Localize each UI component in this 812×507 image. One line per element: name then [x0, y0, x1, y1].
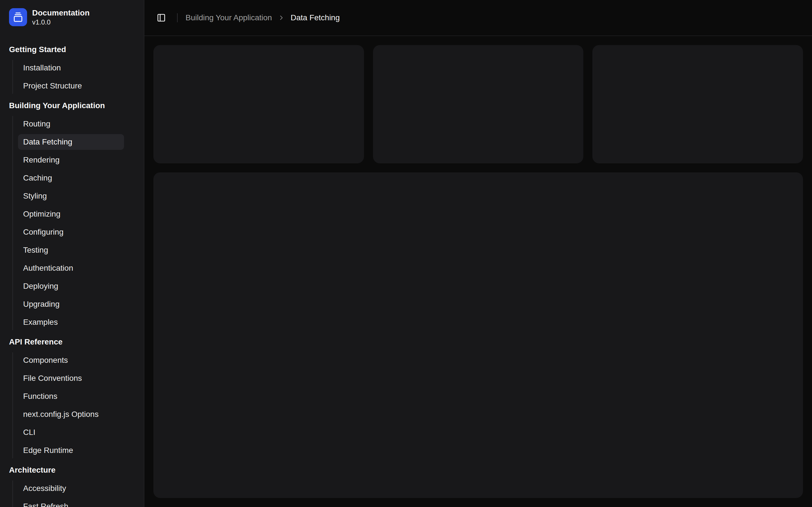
chevron-right-icon — [278, 14, 285, 21]
sidebar-item-accessibility[interactable]: Accessibility — [18, 481, 124, 496]
main-content — [144, 36, 812, 507]
breadcrumb-parent-link[interactable]: Building Your Application — [186, 13, 272, 22]
sidebar-item-styling[interactable]: Styling — [18, 188, 124, 204]
sidebar-item-testing[interactable]: Testing — [18, 242, 124, 258]
sidebar-item-rendering[interactable]: Rendering — [18, 152, 124, 168]
sidebar-section-items: InstallationProject Structure — [12, 60, 124, 94]
placeholder-cards-row — [153, 45, 803, 163]
sidebar-item-authentication[interactable]: Authentication — [18, 260, 124, 276]
sidebar-item-project-structure[interactable]: Project Structure — [18, 78, 124, 94]
placeholder-panel — [153, 172, 803, 498]
header-separator — [177, 13, 177, 22]
sidebar-section-items: AccessibilityFast Refresh — [12, 481, 124, 507]
sidebar-section-label-building-your-application[interactable]: Building Your Application — [9, 97, 135, 115]
placeholder-card — [592, 45, 803, 163]
sidebar-item-upgrading[interactable]: Upgrading — [18, 296, 124, 312]
top-header: Building Your Application Data Fetching — [144, 0, 812, 36]
sidebar-item-edge-runtime[interactable]: Edge Runtime — [18, 443, 124, 458]
sidebar-item-caching[interactable]: Caching — [18, 170, 124, 186]
app-title: Documentation — [32, 8, 90, 18]
sidebar: Documentation v1.0.0 Getting StartedInst… — [0, 0, 144, 507]
sidebar-item-components[interactable]: Components — [18, 352, 124, 368]
sidebar-item-file-conventions[interactable]: File Conventions — [18, 371, 124, 386]
sidebar-item-functions[interactable]: Functions — [18, 388, 124, 404]
placeholder-card — [153, 45, 364, 163]
sidebar-item-fast-refresh[interactable]: Fast Refresh — [18, 499, 124, 507]
sidebar-toggle-button[interactable] — [153, 10, 169, 25]
sidebar-section-label-architecture[interactable]: Architecture — [9, 461, 135, 479]
app-titles: Documentation v1.0.0 — [32, 8, 90, 26]
sidebar-item-cli[interactable]: CLI — [18, 425, 124, 440]
sidebar-item-installation[interactable]: Installation — [18, 60, 124, 76]
sidebar-nav: Getting StartedInstallationProject Struc… — [0, 41, 144, 507]
main-area: Building Your Application Data Fetching — [144, 0, 812, 507]
sidebar-section-architecture: ArchitectureAccessibilityFast Refresh — [9, 461, 135, 507]
sidebar-item-configuring[interactable]: Configuring — [18, 224, 124, 240]
sidebar-section-getting-started: Getting StartedInstallationProject Struc… — [9, 41, 135, 94]
sidebar-section-label-getting-started[interactable]: Getting Started — [9, 41, 135, 59]
sidebar-item-optimizing[interactable]: Optimizing — [18, 206, 124, 222]
breadcrumb: Building Your Application Data Fetching — [186, 13, 340, 22]
sidebar-section-building-your-application: Building Your ApplicationRoutingData Fet… — [9, 97, 135, 330]
sidebar-item-data-fetching[interactable]: Data Fetching — [18, 134, 124, 150]
sidebar-section-items: ComponentsFile ConventionsFunctionsnext.… — [12, 352, 124, 458]
sidebar-item-next-config-js-options[interactable]: next.config.js Options — [18, 406, 124, 422]
sidebar-section-label-api-reference[interactable]: API Reference — [9, 333, 135, 351]
sidebar-item-routing[interactable]: Routing — [18, 116, 124, 132]
sidebar-item-examples[interactable]: Examples — [18, 314, 124, 330]
sidebar-section-api-reference: API ReferenceComponentsFile ConventionsF… — [9, 333, 135, 458]
breadcrumb-current: Data Fetching — [291, 13, 340, 22]
app-version: v1.0.0 — [32, 18, 90, 26]
panel-left-icon — [157, 13, 166, 22]
sidebar-header[interactable]: Documentation v1.0.0 — [0, 0, 144, 26]
app-logo — [9, 8, 27, 26]
placeholder-card — [373, 45, 583, 163]
sidebar-item-deploying[interactable]: Deploying — [18, 278, 124, 294]
gallery-vertical-end-icon — [13, 12, 23, 22]
sidebar-section-items: RoutingData FetchingRenderingCachingStyl… — [12, 116, 124, 330]
